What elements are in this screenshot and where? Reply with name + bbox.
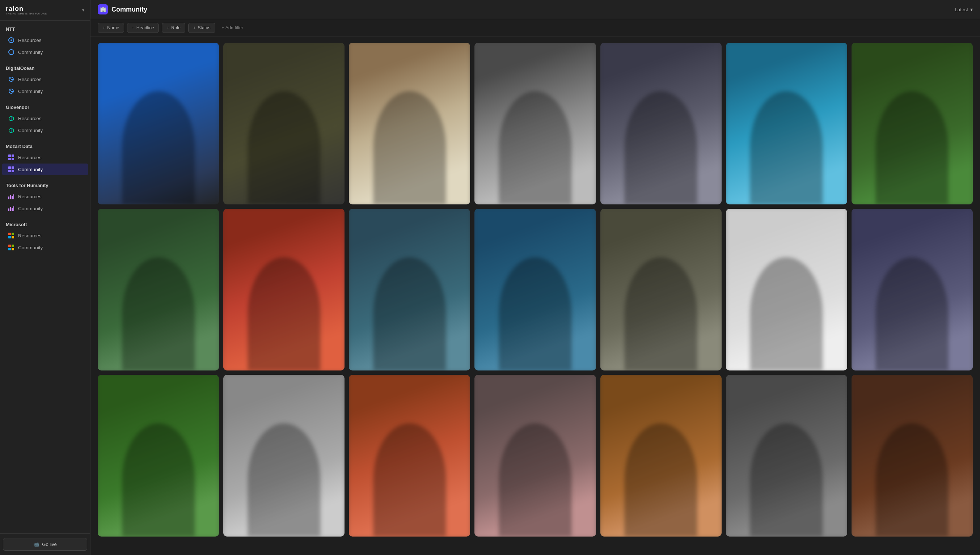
person-card[interactable] bbox=[600, 375, 722, 537]
sidebar-group-tfh: Tools for Humanity Resources Community bbox=[0, 177, 90, 216]
person-card[interactable] bbox=[349, 43, 470, 204]
person-card[interactable] bbox=[475, 43, 596, 204]
person-card[interactable] bbox=[475, 375, 596, 537]
sidebar-item-ntt-community[interactable]: Community bbox=[2, 46, 88, 58]
wave-community-icon bbox=[8, 88, 14, 95]
plus-icon: + bbox=[103, 25, 105, 31]
sidebar: raion THE FUTURE IS THE FUTURE ▾ NTT Res… bbox=[0, 0, 90, 555]
sidebar-group-digitalocean: DigitalOcean Resources Community bbox=[0, 60, 90, 99]
glov-community-icon bbox=[8, 127, 14, 133]
sidebar-header[interactable]: raion THE FUTURE IS THE FUTURE ▾ bbox=[0, 0, 90, 21]
sidebar-group-title-ntt: NTT bbox=[0, 25, 90, 34]
person-card[interactable] bbox=[475, 209, 596, 371]
topbar-app-icon: 🏢 bbox=[98, 4, 108, 14]
circle-dots-icon bbox=[8, 37, 14, 43]
person-card[interactable] bbox=[98, 375, 219, 537]
person-card[interactable] bbox=[600, 209, 722, 371]
person-card[interactable] bbox=[349, 375, 470, 537]
filter-name[interactable]: + Name bbox=[98, 23, 124, 33]
sidebar-group-mozart: Mozart Data Resources Community bbox=[0, 138, 90, 177]
bars-resources-icon bbox=[8, 193, 14, 200]
filter-status[interactable]: + Status bbox=[188, 23, 215, 33]
sidebar-group-ntt: NTT Resources Community bbox=[0, 21, 90, 60]
sidebar-item-tfh-community[interactable]: Community bbox=[2, 203, 88, 214]
microsoft-community-icon bbox=[8, 244, 14, 251]
sidebar-item-digitalocean-community[interactable]: Community bbox=[2, 85, 88, 97]
plus-icon: + bbox=[193, 25, 196, 31]
glov-resources-icon bbox=[8, 115, 14, 122]
sidebar-item-tfh-resources[interactable]: Resources bbox=[2, 191, 88, 202]
sidebar-item-microsoft-community[interactable]: Community bbox=[2, 242, 88, 253]
circle-wave-icon bbox=[8, 49, 14, 55]
bars-community-icon bbox=[8, 205, 14, 212]
sidebar-item-glovendor-resources[interactable]: Resources bbox=[2, 112, 88, 124]
community-icon: 🏢 bbox=[100, 6, 106, 12]
sidebar-group-title-mozart: Mozart Data bbox=[0, 142, 90, 151]
camera-icon: 📹 bbox=[33, 542, 39, 547]
topbar: 🏢 Community Latest ▾ bbox=[90, 0, 980, 19]
filter-bar: + Name + Headline + Role + Status + Add … bbox=[90, 19, 980, 37]
person-card[interactable] bbox=[600, 43, 722, 204]
sidebar-item-mozart-community[interactable]: Community bbox=[2, 164, 88, 175]
sidebar-group-title-digitalocean: DigitalOcean bbox=[0, 64, 90, 73]
sidebar-item-microsoft-resources[interactable]: Resources bbox=[2, 230, 88, 241]
plus-icon: + bbox=[132, 25, 135, 31]
person-card[interactable] bbox=[726, 43, 847, 204]
topbar-left: 🏢 Community bbox=[98, 4, 147, 14]
sidebar-group-title-microsoft: Microsoft bbox=[0, 220, 90, 229]
sidebar-item-ntt-resources[interactable]: Resources bbox=[2, 34, 88, 46]
person-card[interactable] bbox=[852, 209, 973, 371]
person-card[interactable] bbox=[223, 43, 345, 204]
person-card[interactable] bbox=[98, 209, 219, 371]
logo: raion THE FUTURE IS THE FUTURE bbox=[6, 5, 47, 15]
persons-grid-container bbox=[90, 37, 980, 555]
persons-grid bbox=[98, 43, 973, 537]
chevron-down-icon: ▾ bbox=[970, 6, 973, 12]
sidebar-group-glovendor: Glovendor Resources Community bbox=[0, 99, 90, 138]
square-grid-resources-icon bbox=[8, 154, 14, 160]
sidebar-group-title-glovendor: Glovendor bbox=[0, 103, 90, 112]
sidebar-group-microsoft: Microsoft Resources Community bbox=[0, 216, 90, 255]
sort-label: Latest bbox=[955, 7, 968, 12]
main-content: 🏢 Community Latest ▾ + Name + Headline +… bbox=[90, 0, 980, 555]
plus-icon: + bbox=[167, 25, 169, 31]
microsoft-resources-icon bbox=[8, 232, 14, 239]
person-card[interactable] bbox=[223, 209, 345, 371]
person-card[interactable] bbox=[726, 375, 847, 537]
add-filter-button[interactable]: + Add filter bbox=[218, 24, 247, 32]
sidebar-item-glovendor-community[interactable]: Community bbox=[2, 125, 88, 136]
sidebar-group-title-tfh: Tools for Humanity bbox=[0, 181, 90, 190]
go-live-button[interactable]: 📹 Go live bbox=[3, 538, 87, 551]
square-grid-community-icon bbox=[8, 166, 14, 173]
person-card[interactable] bbox=[852, 375, 973, 537]
wave-resources-icon bbox=[8, 76, 14, 82]
page-title: Community bbox=[111, 6, 147, 13]
sidebar-item-digitalocean-resources[interactable]: Resources bbox=[2, 74, 88, 85]
person-card[interactable] bbox=[98, 43, 219, 204]
sidebar-footer: 📹 Go live bbox=[0, 533, 90, 555]
chevron-down-icon: ▾ bbox=[82, 8, 84, 13]
person-card[interactable] bbox=[349, 209, 470, 371]
person-card[interactable] bbox=[726, 209, 847, 371]
person-card[interactable] bbox=[223, 375, 345, 537]
filter-headline[interactable]: + Headline bbox=[127, 23, 159, 33]
sort-dropdown[interactable]: Latest ▾ bbox=[955, 6, 973, 12]
sidebar-item-mozart-resources[interactable]: Resources bbox=[2, 152, 88, 163]
person-card[interactable] bbox=[852, 43, 973, 204]
filter-role[interactable]: + Role bbox=[162, 23, 185, 33]
